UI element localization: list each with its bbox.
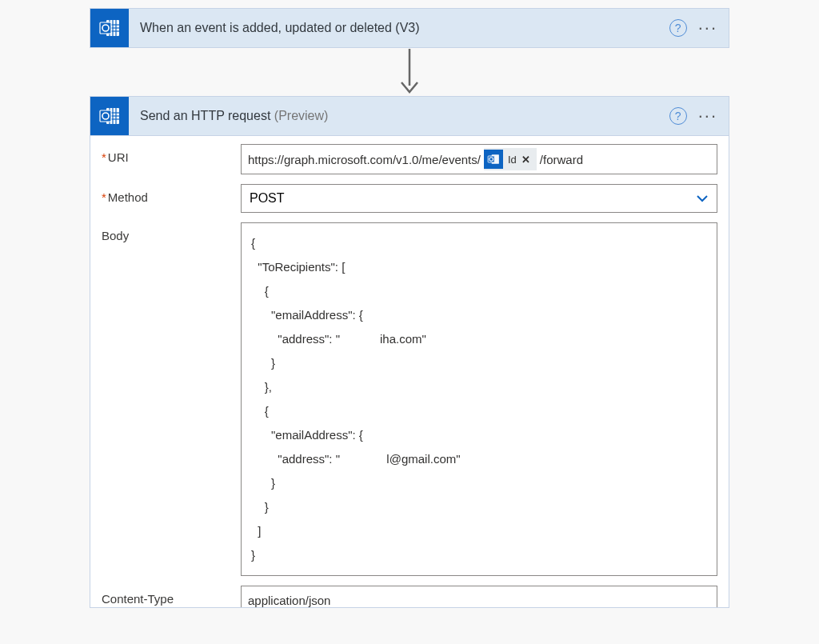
action-title-text: Send an HTTP request	[140, 109, 270, 122]
outlook-calendar-icon	[484, 150, 503, 169]
method-value: POST	[250, 191, 285, 206]
preview-badge: (Preview)	[274, 109, 329, 122]
uri-prefix-text: https://graph.microsoft.com/v1.0/me/even…	[248, 153, 481, 166]
svg-rect-17	[100, 110, 111, 122]
body-row: Body { "ToRecipients": [ { "emailAddress…	[102, 222, 717, 576]
content-type-label: Content-Type	[102, 586, 241, 606]
chevron-down-icon	[696, 192, 709, 205]
more-icon[interactable]: ···	[698, 106, 717, 126]
trigger-title: When an event is added, updated or delet…	[140, 21, 669, 35]
uri-input[interactable]: https://graph.microsoft.com/v1.0/me/even…	[241, 144, 717, 174]
uri-suffix-text: /forward	[540, 153, 583, 166]
action-body: *URI https://graph.microsoft.com/v1.0/me…	[90, 135, 729, 608]
action-card: Send an HTTP request (Preview) ? ··· *UR…	[90, 96, 729, 608]
body-label: Body	[102, 222, 241, 242]
help-icon[interactable]: ?	[669, 19, 687, 37]
method-select[interactable]: POST	[241, 184, 717, 213]
trigger-header[interactable]: When an event is added, updated or delet…	[90, 9, 729, 47]
outlook-calendar-icon	[90, 97, 129, 135]
body-input[interactable]: { "ToRecipients": [ { "emailAddress": { …	[241, 222, 717, 576]
dynamic-token-id[interactable]: Id ✕	[484, 148, 537, 170]
uri-row: *URI https://graph.microsoft.com/v1.0/me…	[102, 144, 717, 174]
method-label: *Method	[102, 184, 241, 204]
trigger-card[interactable]: When an event is added, updated or delet…	[90, 8, 729, 48]
uri-label: *URI	[102, 144, 241, 164]
connector-arrow	[398, 48, 421, 96]
method-row: *Method POST	[102, 184, 717, 213]
svg-rect-7	[100, 22, 111, 34]
content-type-value: application/json	[248, 594, 330, 607]
action-title: Send an HTTP request (Preview)	[140, 109, 669, 123]
token-remove-icon[interactable]: ✕	[521, 154, 530, 166]
help-icon[interactable]: ?	[669, 107, 687, 125]
content-type-input[interactable]: application/json	[241, 586, 717, 608]
action-header[interactable]: Send an HTTP request (Preview) ? ···	[90, 97, 729, 135]
content-type-row: Content-Type application/json	[102, 586, 717, 608]
token-label: Id	[508, 154, 517, 166]
more-icon[interactable]: ···	[698, 18, 717, 38]
outlook-calendar-icon	[90, 9, 129, 47]
